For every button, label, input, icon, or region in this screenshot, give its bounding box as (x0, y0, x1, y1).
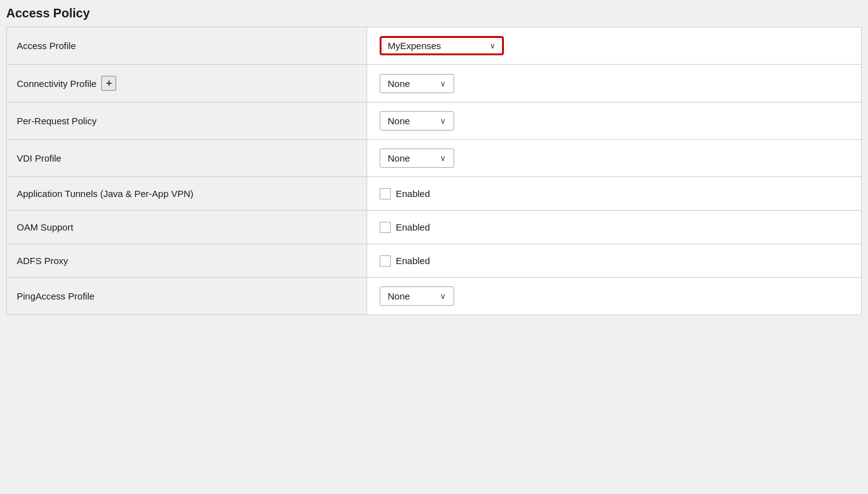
table-row-connectivity-profile: Connectivity Profile+None∨ (7, 65, 862, 103)
value-application-tunnels: Enabled (367, 177, 862, 211)
checkbox-row-oam-support: Enabled (380, 222, 849, 233)
table-row-access-profile: Access ProfileMyExpenses∨ (7, 27, 862, 65)
table-row-per-request-policy: Per-Request PolicyNone∨ (7, 103, 862, 140)
value-connectivity-profile: None∨ (367, 65, 862, 103)
label-oam-support: OAM Support (7, 211, 367, 244)
chevron-down-icon-connectivity-profile: ∨ (440, 79, 446, 88)
plus-button-connectivity-profile[interactable]: + (101, 76, 116, 91)
checkbox-oam-support[interactable] (380, 222, 391, 233)
select-value-pingaccess-profile: None (388, 291, 410, 301)
label-adfs-proxy: ADFS Proxy (7, 244, 367, 278)
label-application-tunnels: Application Tunnels (Java & Per-App VPN) (7, 177, 367, 211)
checkbox-application-tunnels[interactable] (380, 188, 391, 199)
value-pingaccess-profile: None∨ (367, 278, 862, 315)
label-per-request-policy: Per-Request Policy (7, 103, 367, 140)
label-access-profile: Access Profile (7, 27, 367, 65)
chevron-down-icon-access-profile: ∨ (490, 41, 496, 50)
chevron-down-icon-pingaccess-profile: ∨ (440, 291, 446, 301)
page-container: Access Policy Access ProfileMyExpenses∨C… (0, 0, 868, 494)
table-row-vdi-profile: VDI ProfileNone∨ (7, 140, 862, 177)
table-row-adfs-proxy: ADFS ProxyEnabled (7, 244, 862, 278)
checkbox-adfs-proxy[interactable] (380, 255, 391, 267)
checkbox-label-oam-support: Enabled (396, 222, 430, 232)
select-value-access-profile: MyExpenses (388, 40, 441, 51)
select-vdi-profile[interactable]: None∨ (380, 149, 454, 168)
value-per-request-policy: None∨ (367, 103, 862, 140)
checkbox-label-application-tunnels: Enabled (396, 188, 430, 199)
policy-table: Access ProfileMyExpenses∨Connectivity Pr… (6, 27, 862, 315)
checkbox-row-application-tunnels: Enabled (380, 188, 849, 199)
checkbox-label-adfs-proxy: Enabled (396, 255, 430, 266)
select-value-per-request-policy: None (388, 116, 410, 126)
label-text-connectivity-profile: Connectivity Profile (17, 78, 96, 89)
table-row-application-tunnels: Application Tunnels (Java & Per-App VPN)… (7, 177, 862, 211)
chevron-down-icon-vdi-profile: ∨ (440, 153, 446, 163)
value-vdi-profile: None∨ (367, 140, 862, 177)
label-connectivity-profile: Connectivity Profile+ (7, 65, 367, 103)
value-oam-support: Enabled (367, 211, 862, 244)
select-per-request-policy[interactable]: None∨ (380, 111, 454, 130)
select-access-profile[interactable]: MyExpenses∨ (380, 36, 504, 55)
select-value-vdi-profile: None (388, 153, 410, 163)
label-vdi-profile: VDI Profile (7, 140, 367, 177)
select-pingaccess-profile[interactable]: None∨ (380, 286, 454, 306)
section-title: Access Policy (6, 6, 862, 21)
table-row-oam-support: OAM SupportEnabled (7, 211, 862, 244)
value-access-profile: MyExpenses∨ (367, 27, 862, 65)
table-row-pingaccess-profile: PingAccess ProfileNone∨ (7, 278, 862, 315)
chevron-down-icon-per-request-policy: ∨ (440, 116, 446, 126)
value-adfs-proxy: Enabled (367, 244, 862, 278)
select-value-connectivity-profile: None (388, 78, 410, 89)
select-connectivity-profile[interactable]: None∨ (380, 74, 454, 93)
checkbox-row-adfs-proxy: Enabled (380, 255, 849, 267)
label-pingaccess-profile: PingAccess Profile (7, 278, 367, 315)
